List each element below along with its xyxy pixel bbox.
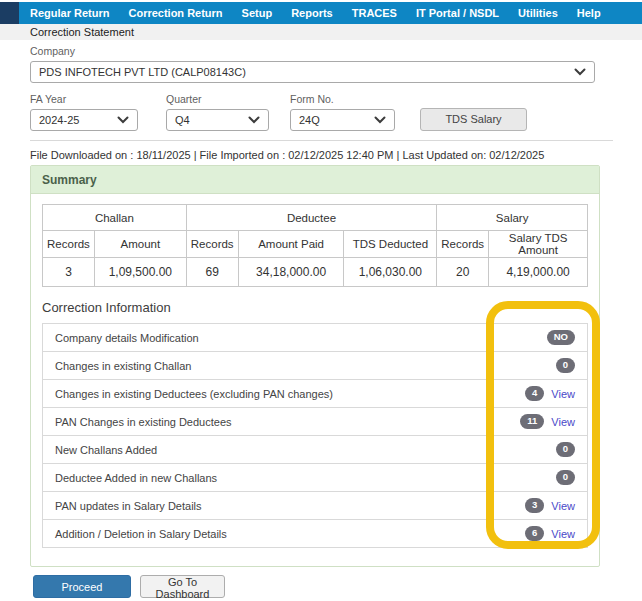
form-no-select[interactable]: 24Q bbox=[290, 109, 395, 131]
col-header: Amount Paid bbox=[238, 231, 344, 258]
correction-row-label: PAN Changes in existing Deductees bbox=[55, 416, 232, 428]
summary-panel-header: Summary bbox=[31, 166, 599, 194]
proceed-button[interactable]: Proceed bbox=[33, 575, 131, 598]
form-no-label: Form No. bbox=[290, 93, 395, 105]
filter-row: FA Year 2024-25 Quarter Q4 For bbox=[30, 93, 612, 131]
cell-salary-records: 20 bbox=[437, 258, 489, 287]
company-select-value: PDS INFOTECH PVT LTD (CALP08143C) bbox=[39, 66, 246, 78]
footer-actions: Proceed Go To Dashboard bbox=[33, 575, 225, 598]
menu-regular-return[interactable]: Regular Return bbox=[30, 7, 109, 19]
cell-salary-tds: 4,19,000.00 bbox=[489, 258, 588, 287]
list-item: Addition / Deletion in Salary Details 6 … bbox=[43, 520, 587, 548]
menu-correction-return[interactable]: Correction Return bbox=[128, 7, 222, 19]
correction-info-list: Company details Modification NO Changes … bbox=[42, 323, 588, 548]
chevron-down-icon bbox=[574, 68, 586, 76]
cell-deductee-records: 69 bbox=[186, 258, 238, 287]
col-header: TDS Deducted bbox=[344, 231, 437, 258]
col-header: Amount bbox=[94, 231, 186, 258]
correction-row-label: Changes in existing Challan bbox=[55, 360, 191, 372]
fa-year-value: 2024-25 bbox=[39, 114, 79, 126]
list-item: Changes in existing Deductees (excluding… bbox=[43, 380, 587, 408]
fa-year-select[interactable]: 2024-25 bbox=[30, 109, 138, 131]
menu-it-portal-nsdl[interactable]: IT Portal / NSDL bbox=[416, 7, 499, 19]
menu-traces[interactable]: TRACES bbox=[352, 7, 397, 19]
quarter-select[interactable]: Q4 bbox=[166, 109, 269, 131]
cell-challan-records: 3 bbox=[43, 258, 95, 287]
col-header: Records bbox=[43, 231, 95, 258]
correction-statement-page: Regular Return Correction Return Setup R… bbox=[0, 0, 642, 601]
view-link[interactable]: View bbox=[551, 416, 575, 428]
breadcrumb-bar: Correction Statement bbox=[0, 24, 642, 40]
correction-row-label: Addition / Deletion in Salary Details bbox=[55, 528, 227, 540]
chevron-down-icon bbox=[374, 116, 386, 124]
app-logo-square bbox=[0, 2, 19, 24]
col-header: Records bbox=[437, 231, 489, 258]
group-header-salary: Salary bbox=[437, 205, 588, 231]
cell-tds-deducted: 1,06,030.00 bbox=[344, 258, 437, 287]
top-menu-bar: Regular Return Correction Return Setup R… bbox=[0, 2, 642, 24]
form-no-value: 24Q bbox=[299, 114, 320, 126]
cell-challan-amount: 1,09,500.00 bbox=[94, 258, 186, 287]
group-header-deductee: Deductee bbox=[186, 205, 437, 231]
group-header-challan: Challan bbox=[43, 205, 187, 231]
view-link[interactable]: View bbox=[551, 388, 575, 400]
chevron-down-icon bbox=[248, 116, 260, 124]
menu-items: Regular Return Correction Return Setup R… bbox=[19, 7, 601, 19]
menu-utilities[interactable]: Utilities bbox=[518, 7, 558, 19]
col-header: Records bbox=[186, 231, 238, 258]
file-info-text: File Downloaded on : 18/11/2025 | File I… bbox=[30, 149, 612, 161]
summary-table: Challan Deductee Salary Records Amount R… bbox=[42, 204, 588, 287]
list-item: New Challans Added 0 bbox=[43, 436, 587, 464]
summary-title: Summary bbox=[42, 173, 97, 187]
view-link[interactable]: View bbox=[551, 528, 575, 540]
menu-reports[interactable]: Reports bbox=[291, 7, 333, 19]
quarter-label: Quarter bbox=[166, 93, 269, 105]
view-link[interactable]: View bbox=[551, 500, 575, 512]
count-badge: 0 bbox=[556, 442, 575, 456]
list-item: PAN Changes in existing Deductees 11 Vie… bbox=[43, 408, 587, 436]
correction-info-title: Correction Information bbox=[42, 300, 588, 315]
cell-amount-paid: 34,18,000.00 bbox=[238, 258, 344, 287]
menu-setup[interactable]: Setup bbox=[242, 7, 273, 19]
breadcrumb: Correction Statement bbox=[30, 26, 134, 38]
divider bbox=[30, 140, 613, 141]
count-badge: 4 bbox=[525, 386, 544, 400]
count-badge: 0 bbox=[556, 358, 575, 372]
list-item: Changes in existing Challan 0 bbox=[43, 352, 587, 380]
table-row: 3 1,09,500.00 69 34,18,000.00 1,06,030.0… bbox=[43, 258, 588, 287]
correction-row-label: Company details Modification bbox=[55, 332, 199, 344]
correction-row-label: PAN updates in Salary Details bbox=[55, 500, 202, 512]
summary-panel: Summary Challan Deductee Salary Records … bbox=[30, 165, 600, 567]
correction-row-label: New Challans Added bbox=[55, 444, 157, 456]
company-select[interactable]: PDS INFOTECH PVT LTD (CALP08143C) bbox=[30, 61, 595, 83]
menu-help[interactable]: Help bbox=[577, 7, 601, 19]
tds-salary-button[interactable]: TDS Salary bbox=[420, 108, 527, 131]
correction-row-label: Changes in existing Deductees (excluding… bbox=[55, 388, 333, 400]
quarter-value: Q4 bbox=[175, 114, 190, 126]
count-badge: 11 bbox=[520, 414, 544, 428]
list-item: PAN updates in Salary Details 3 View bbox=[43, 492, 587, 520]
fa-year-label: FA Year bbox=[30, 93, 138, 105]
company-label: Company bbox=[30, 45, 612, 57]
status-badge: NO bbox=[547, 330, 575, 344]
count-badge: 0 bbox=[556, 470, 575, 484]
go-to-dashboard-button[interactable]: Go To Dashboard bbox=[140, 575, 225, 598]
count-badge: 3 bbox=[525, 498, 544, 512]
count-badge: 6 bbox=[525, 526, 544, 540]
correction-row-label: Deductee Added in new Challans bbox=[55, 472, 217, 484]
col-header: Salary TDS Amount bbox=[489, 231, 588, 258]
chevron-down-icon bbox=[117, 116, 129, 124]
filters-area: Company PDS INFOTECH PVT LTD (CALP08143C… bbox=[30, 40, 612, 161]
list-item: Company details Modification NO bbox=[43, 324, 587, 352]
list-item: Deductee Added in new Challans 0 bbox=[43, 464, 587, 492]
